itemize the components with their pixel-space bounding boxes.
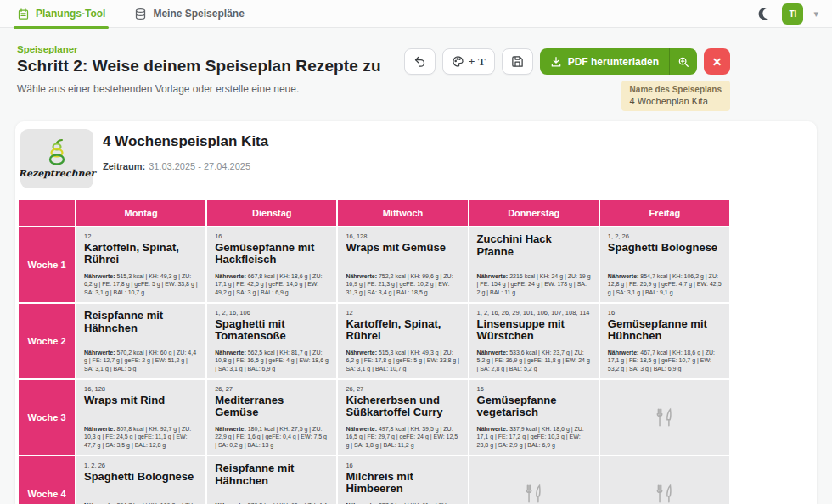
undo-button[interactable] xyxy=(404,48,436,75)
allergen-numbers: 1, 2, 16, 26, 29, 101, 106, 107, 108, 11… xyxy=(477,309,591,317)
nutrition-info: Nährwerte: 467,7 kcal | KH: 18,6 g | ZU:… xyxy=(608,349,722,373)
nutrition-info: Nährwerte: 515,3 kcal | KH: 49,3 g | ZU:… xyxy=(84,272,198,297)
avatar[interactable]: TI xyxy=(782,3,803,25)
plan-period-label: Zeitraum: xyxy=(103,161,145,171)
nutrition-info: Nährwerte: 180,1 kcal | KH: 27,5 g | ZU:… xyxy=(215,425,329,450)
week-label: Woche 2 xyxy=(19,304,75,378)
nutrition-info: Nährwerte: 337,9 kcal | KH: 18,6 g | ZU:… xyxy=(477,425,591,450)
tab-planungs-tool[interactable]: Planungs-Tool xyxy=(14,0,109,28)
recipe-cell[interactable]: Reispfanne mit Hähnchen Nährwerte: 570,2… xyxy=(207,456,336,504)
database-icon xyxy=(134,8,147,20)
nutrition-info: Nährwerte: 515,3 kcal | KH: 49,3 g | ZU:… xyxy=(346,349,459,373)
dark-mode-moon-icon[interactable] xyxy=(756,6,772,21)
nutrition-info: Nährwerte: 533,6 kcal | KH: 23,7 g | ZU:… xyxy=(477,349,591,373)
logo-text: Rezeptrechner xyxy=(19,168,95,179)
recipe-title: Wraps mit Rind xyxy=(84,395,198,407)
recipe-title: Wraps mit Gemüse xyxy=(346,242,459,255)
nutrition-info: Nährwerte: 387,3 kcal | KH: 61 g | ZU: 2… xyxy=(346,501,459,504)
pdf-download-label: PDF herunterladen xyxy=(568,56,659,68)
allergen-numbers: 26, 27 xyxy=(346,385,459,394)
recipe-cell[interactable]: 12 Kartoffeln, Spinat, Rührei Nährwerte:… xyxy=(338,304,467,378)
recipe-cell[interactable]: 16, 128 Wraps mit Gemüse Nährwerte: 752,… xyxy=(338,227,467,302)
nutrition-info: Nährwerte: 570,2 kcal | KH: 60 g | ZU: 4… xyxy=(215,501,329,504)
nutrition-info: Nährwerte: 854,7 kcal | KH: 106,2 g | ZU… xyxy=(84,501,198,504)
recipe-cell[interactable]: 1, 2, 16, 26, 29, 101, 106, 107, 108, 11… xyxy=(469,304,599,378)
allergen-numbers: 16 xyxy=(215,232,329,241)
recipe-cell[interactable]: 16 Gemüsepfanne vegetarisch Nährwerte: 3… xyxy=(469,380,599,455)
page-title: Schritt 2: Weise deinem Speiseplan Rezep… xyxy=(17,57,381,76)
empty-recipe-cell[interactable] xyxy=(600,456,729,504)
nutrition-info: Nährwerte: 807,8 kcal | KH: 92,7 g | ZU:… xyxy=(84,425,198,450)
recipe-cell[interactable]: 16 Gemüsepfanne mit Hackfleisch Nährwert… xyxy=(207,227,336,302)
allergen-numbers: 16 xyxy=(608,309,722,317)
allergen-numbers: 26, 27 xyxy=(215,385,329,394)
undo-icon xyxy=(413,55,426,68)
recipe-cell[interactable]: 12 Kartoffeln, Spinat, Rührei Nährwerte:… xyxy=(76,227,205,302)
recipe-cell[interactable]: Zucchini Hack Pfanne Nährwerte: 2216 kca… xyxy=(469,227,599,302)
save-button[interactable] xyxy=(502,48,533,75)
style-text-button[interactable]: + T xyxy=(442,48,495,75)
plan-period: Zeitraum:31.03.2025 - 27.04.2025 xyxy=(103,161,250,171)
recipe-cell[interactable]: 1, 2, 26 Spaghetti Bolognese Nährwerte: … xyxy=(600,227,729,302)
recipe-title: Spaghetti Bolognese xyxy=(84,471,198,484)
close-button[interactable]: ✕ xyxy=(704,48,730,75)
pear-logo-icon xyxy=(46,138,68,167)
nutrition-info: Nährwerte: 2216 kcal | KH: 24 g | ZU: 19… xyxy=(477,272,591,297)
nutrition-info: Nährwerte: 854,7 kcal | KH: 106,2 g | ZU… xyxy=(608,272,722,297)
allergen-numbers: 1, 2, 16, 106 xyxy=(215,309,329,317)
recipe-title: Reispfanne mit Hähnchen xyxy=(215,462,329,487)
rezeptrechner-logo: Rezeptrechner xyxy=(20,129,93,188)
week-label: Woche 1 xyxy=(19,227,75,302)
recipe-title: Kichererbsen und Süßkartoffel Curry xyxy=(346,395,459,419)
recipe-cell[interactable]: Reispfanne mit Hähnchen Nährwerte: 570,2… xyxy=(76,304,205,378)
fork-knife-icon xyxy=(654,406,676,428)
recipe-title: Reispfanne mit Hähnchen xyxy=(84,310,198,334)
allergen-numbers: 16, 128 xyxy=(346,232,459,241)
nutrition-info: Nährwerte: 497,8 kcal | KH: 39,5 g | ZU:… xyxy=(346,425,459,450)
recipe-title: Spaghetti mit Tomatensoße xyxy=(215,318,329,343)
day-header-montag: Montag xyxy=(76,200,205,226)
recipe-cell[interactable]: 1, 2, 16, 106 Spaghetti mit Tomatensoße … xyxy=(207,304,336,378)
recipe-title: Linsensuppe mit Würstchen xyxy=(477,318,591,343)
style-text-label: + T xyxy=(469,55,486,69)
allergen-numbers: 1, 2, 26 xyxy=(84,462,198,470)
recipe-cell[interactable]: 16 Milchreis mit Himbeeren Nährwerte: 38… xyxy=(338,456,467,504)
fork-knife-icon xyxy=(654,483,676,504)
recipe-cell[interactable]: 16 Gemüsepfanne mit Hühnchen Nährwerte: … xyxy=(600,304,729,378)
tab-meine-speiseplaene[interactable]: Meine Speisepläne xyxy=(131,0,247,28)
recipe-cell[interactable]: 26, 27 Kichererbsen und Süßkartoffel Cur… xyxy=(338,380,467,455)
nutrition-info: Nährwerte: 667,8 kcal | KH: 18,6 g | ZU:… xyxy=(215,272,329,297)
nutrition-info: Nährwerte: 570,2 kcal | KH: 60 g | ZU: 4… xyxy=(84,349,198,373)
nutrition-info: Nährwerte: 562,5 kcal | KH: 81,7 g | ZU:… xyxy=(215,349,329,373)
recipe-title: Spaghetti Bolognese xyxy=(608,242,722,255)
clipboard-calendar-icon xyxy=(17,8,30,20)
day-header-freitag: Freitag xyxy=(600,200,729,226)
toolbar: + T PDF herunterladen ✕ xyxy=(404,48,730,75)
nutrition-info: Nährwerte: 752,2 kcal | KH: 99,6 g | ZU:… xyxy=(346,272,459,297)
recipe-title: Milchreis mit Himbeeren xyxy=(346,471,459,496)
corner-header-cell xyxy=(19,200,75,226)
plan-name-badge: Name des Speiseplans 4 Wochenplan Kita xyxy=(621,81,730,111)
empty-recipe-cell[interactable] xyxy=(469,456,599,504)
recipe-title: Gemüsepfanne mit Hackfleisch xyxy=(215,242,329,266)
allergen-numbers: 12 xyxy=(346,309,459,317)
palette-icon xyxy=(452,55,464,68)
plan-name-badge-label: Name des Speiseplans xyxy=(630,85,722,94)
recipe-title: Mediterranes Gemüse xyxy=(215,395,329,419)
recipe-title: Zucchini Hack Pfanne xyxy=(477,233,591,258)
allergen-numbers: 16 xyxy=(346,462,459,470)
chevron-down-icon[interactable]: ▾ xyxy=(813,8,818,20)
day-header-mittwoch: Mittwoch xyxy=(338,200,467,226)
allergen-numbers: 16 xyxy=(477,385,591,394)
zoom-in-button[interactable] xyxy=(670,56,697,68)
recipe-cell[interactable]: 26, 27 Mediterranes Gemüse Nährwerte: 18… xyxy=(207,380,336,455)
pdf-download-button[interactable]: PDF herunterladen xyxy=(540,48,697,75)
zoom-in-icon xyxy=(677,56,689,68)
recipe-cell[interactable]: 1, 2, 26 Spaghetti Bolognese Nährwerte: … xyxy=(76,456,205,504)
allergen-numbers: 12 xyxy=(84,232,198,241)
recipe-cell[interactable]: 16, 128 Wraps mit Rind Nährwerte: 807,8 … xyxy=(76,380,205,455)
plan-title: 4 Wochenspeisplan Kita xyxy=(103,133,268,150)
allergen-numbers: 1, 2, 26 xyxy=(608,232,722,241)
empty-recipe-cell[interactable] xyxy=(600,380,729,455)
tab-label: Meine Speisepläne xyxy=(153,8,244,20)
